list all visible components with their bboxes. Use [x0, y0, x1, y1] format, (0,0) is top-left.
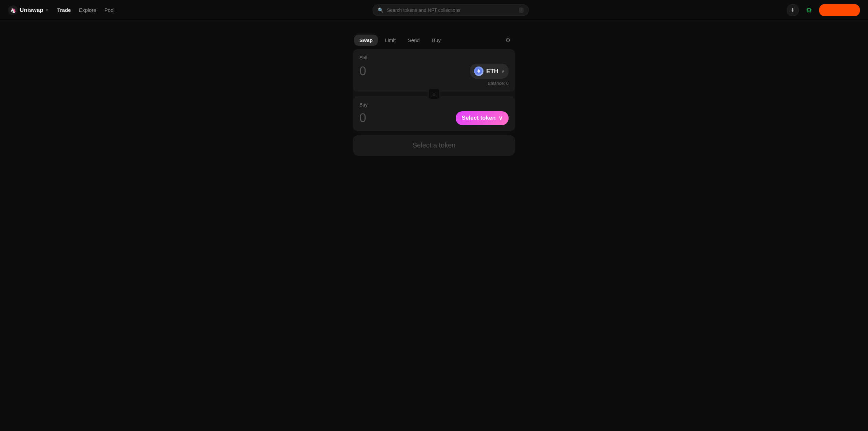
search-icon: 🔍	[378, 7, 383, 13]
search-placeholder-text: Search tokens and NFT collections	[387, 7, 516, 13]
sell-panel-row: 0 ETH ∨	[359, 64, 509, 79]
brand-chevron: ▾	[46, 8, 48, 12]
connect-wallet-button[interactable]	[819, 4, 860, 16]
svg-text:🦄: 🦄	[10, 7, 16, 13]
tab-limit[interactable]: Limit	[379, 35, 401, 46]
eth-icon	[474, 66, 484, 76]
navbar-right: ⬇ ⚙	[787, 4, 860, 16]
buy-panel-row: 0 Select token ∨	[359, 111, 509, 125]
tab-buy[interactable]: Buy	[427, 35, 446, 46]
nav-link-pool[interactable]: Pool	[104, 6, 115, 14]
buy-label: Buy	[359, 102, 509, 107]
swap-direction-button[interactable]: ↓	[428, 88, 440, 100]
sell-balance: Balance: 0	[359, 81, 509, 86]
nav-link-explore[interactable]: Explore	[79, 6, 96, 14]
sell-panel: Sell 0	[353, 49, 515, 92]
download-icon: ⬇	[790, 7, 795, 13]
nav-link-trade[interactable]: Trade	[57, 6, 71, 14]
tab-swap[interactable]: Swap	[354, 35, 378, 46]
gear-icon: ⚙	[505, 36, 511, 44]
search-bar[interactable]: 🔍 Search tokens and NFT collections /	[373, 4, 529, 16]
nav-links: Trade Explore Pool	[57, 6, 115, 14]
eth-token-selector[interactable]: ETH ∨	[470, 64, 509, 79]
down-arrow-icon: ↓	[433, 91, 435, 97]
sell-label: Sell	[359, 55, 509, 60]
swap-card: Sell 0	[353, 49, 515, 131]
eth-diamond-svg	[475, 68, 482, 75]
eth-symbol: ETH	[486, 68, 498, 75]
select-token-chevron: ∨	[498, 115, 502, 122]
search-slash-shortcut: /	[519, 7, 524, 13]
buy-amount[interactable]: 0	[359, 111, 366, 125]
select-token-label: Select token	[462, 115, 496, 121]
settings-button[interactable]: ⚙	[803, 4, 815, 16]
tab-send[interactable]: Send	[402, 35, 425, 46]
main-content: Swap Limit Send Buy ⚙ Sell 0	[0, 0, 868, 431]
swap-arrow-container: ↓	[353, 88, 515, 100]
eth-selector-chevron: ∨	[501, 68, 505, 74]
sell-amount[interactable]: 0	[359, 64, 366, 78]
select-token-button[interactable]: Select token ∨	[456, 111, 509, 125]
brand-name: Uniswap	[20, 7, 43, 14]
logo-area[interactable]: 🦄 Uniswap ▾	[8, 5, 48, 15]
swap-settings-gear[interactable]: ⚙	[502, 34, 514, 46]
uniswap-logo-icon: 🦄	[8, 5, 18, 15]
buy-panel: Buy 0 Select token ∨	[353, 96, 515, 131]
search-area[interactable]: 🔍 Search tokens and NFT collections /	[373, 4, 529, 16]
download-button[interactable]: ⬇	[787, 4, 799, 16]
swap-container: Swap Limit Send Buy ⚙ Sell 0	[353, 34, 515, 156]
navbar: 🦄 Uniswap ▾ Trade Explore Pool 🔍 Search …	[0, 0, 868, 20]
settings-icon: ⚙	[806, 6, 812, 14]
navbar-left: 🦄 Uniswap ▾ Trade Explore Pool	[8, 5, 115, 15]
tab-row: Swap Limit Send Buy ⚙	[353, 34, 515, 46]
select-a-token-action-button[interactable]: Select a token	[353, 135, 515, 156]
